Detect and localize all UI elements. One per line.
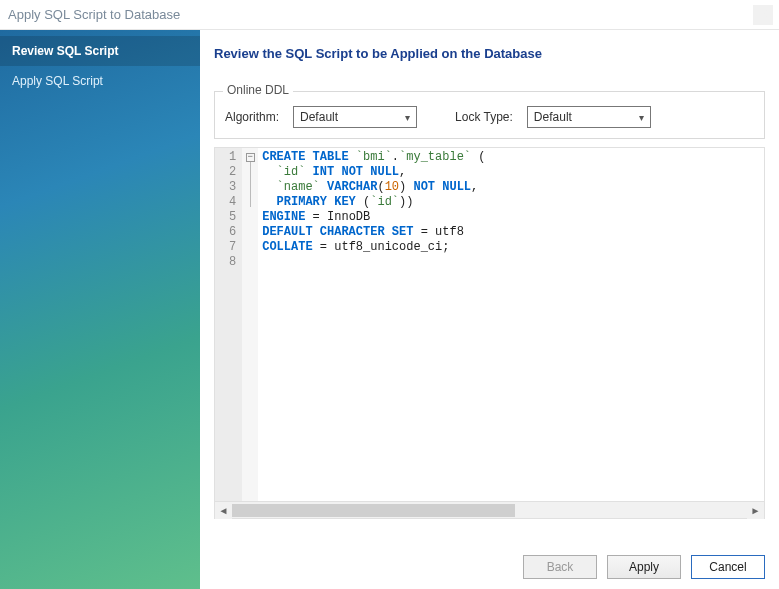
code-line: ENGINE = InnoDB — [262, 210, 485, 225]
dialog-footer: Back Apply Cancel — [214, 519, 765, 579]
line-number: 8 — [229, 255, 236, 270]
code-line: `name` VARCHAR(10) NOT NULL, — [262, 180, 485, 195]
scroll-right-icon[interactable]: ► — [747, 502, 764, 519]
fold-column: − — [242, 148, 258, 501]
close-button[interactable]: ✕ — [753, 5, 773, 25]
scroll-left-icon[interactable]: ◄ — [215, 502, 232, 519]
window-title: Apply SQL Script to Database — [6, 7, 180, 22]
line-number: 4 — [229, 195, 236, 210]
chevron-down-icon: ▾ — [639, 112, 644, 123]
sidebar-item[interactable]: Review SQL Script — [0, 36, 200, 66]
algorithm-field: Algorithm: Default ▾ — [225, 106, 417, 128]
page-title: Review the SQL Script to be Applied on t… — [214, 46, 765, 61]
sidebar: Review SQL ScriptApply SQL Script — [0, 30, 200, 589]
apply-button[interactable]: Apply — [607, 555, 681, 579]
algorithm-label: Algorithm: — [225, 110, 279, 124]
code-area[interactable]: CREATE TABLE `bmi`.`my_table` ( `id` INT… — [258, 148, 489, 501]
scroll-thumb[interactable] — [232, 504, 515, 517]
scroll-track[interactable] — [232, 502, 747, 518]
online-ddl-group: Online DDL Algorithm: Default ▾ Lock Typ… — [214, 91, 765, 139]
locktype-select[interactable]: Default ▾ — [527, 106, 651, 128]
line-number: 6 — [229, 225, 236, 240]
sql-editor[interactable]: 12345678 − CREATE TABLE `bmi`.`my_table`… — [214, 147, 765, 519]
editor-body: 12345678 − CREATE TABLE `bmi`.`my_table`… — [215, 148, 764, 501]
titlebar: Apply SQL Script to Database ✕ — [0, 0, 779, 30]
locktype-label: Lock Type: — [455, 110, 513, 124]
code-line: DEFAULT CHARACTER SET = utf8 — [262, 225, 485, 240]
content-area: Review SQL ScriptApply SQL Script Review… — [0, 30, 779, 589]
fold-toggle-icon[interactable]: − — [246, 153, 255, 162]
code-line — [262, 255, 485, 270]
line-number: 3 — [229, 180, 236, 195]
locktype-value: Default — [534, 110, 572, 124]
code-line: CREATE TABLE `bmi`.`my_table` ( — [262, 150, 485, 165]
back-button: Back — [523, 555, 597, 579]
close-icon: ✕ — [758, 7, 769, 22]
main-panel: Review the SQL Script to be Applied on t… — [200, 30, 779, 589]
locktype-field: Lock Type: Default ▾ — [455, 106, 651, 128]
code-line: PRIMARY KEY (`id`)) — [262, 195, 485, 210]
code-line: COLLATE = utf8_unicode_ci; — [262, 240, 485, 255]
online-ddl-legend: Online DDL — [223, 83, 293, 97]
cancel-button[interactable]: Cancel — [691, 555, 765, 579]
line-number: 7 — [229, 240, 236, 255]
algorithm-value: Default — [300, 110, 338, 124]
sidebar-item[interactable]: Apply SQL Script — [0, 66, 200, 96]
line-number: 5 — [229, 210, 236, 225]
dialog-window: Apply SQL Script to Database ✕ Review SQ… — [0, 0, 779, 589]
line-number-gutter: 12345678 — [215, 148, 242, 501]
fold-guideline — [250, 162, 251, 207]
line-number: 2 — [229, 165, 236, 180]
line-number: 1 — [229, 150, 236, 165]
chevron-down-icon: ▾ — [405, 112, 410, 123]
code-line: `id` INT NOT NULL, — [262, 165, 485, 180]
horizontal-scrollbar[interactable]: ◄ ► — [215, 501, 764, 518]
algorithm-select[interactable]: Default ▾ — [293, 106, 417, 128]
